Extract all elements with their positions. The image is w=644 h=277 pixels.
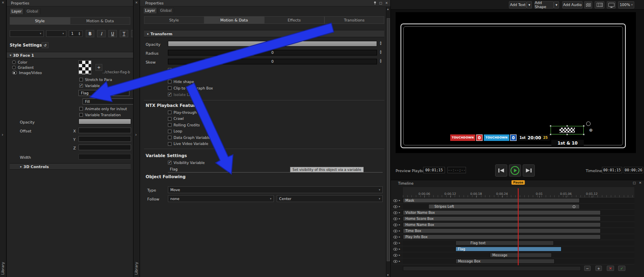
stepper-arrows-icon[interactable]: ▲▼ bbox=[78, 32, 80, 36]
timeline-clip-home-score-box[interactable]: Home Score Box bbox=[403, 216, 601, 221]
font-family-select[interactable]: ▾ bbox=[10, 30, 44, 37]
scorebug-visitor-score[interactable]: 0 bbox=[476, 134, 483, 141]
timeline-clip-time-box[interactable]: Time Box bbox=[403, 228, 601, 233]
track-visibility-eye-icon[interactable] bbox=[393, 254, 398, 257]
checkbox-isolate-layer[interactable]: Isolate Layer bbox=[168, 92, 197, 97]
safe-area-button[interactable] bbox=[595, 1, 604, 9]
close-icon[interactable]: ✕ bbox=[135, 1, 138, 4]
tab-layer[interactable]: Layer bbox=[143, 7, 157, 13]
checkbox-unlabeled[interactable] bbox=[168, 67, 174, 72]
checkbox-stretch-to-para[interactable]: Stretch to Para bbox=[79, 77, 112, 82]
offset-x-field[interactable] bbox=[78, 128, 131, 133]
selection-handle[interactable] bbox=[550, 134, 551, 135]
close-icon[interactable]: ✕ bbox=[385, 1, 388, 5]
opacity-slider[interactable] bbox=[78, 119, 131, 124]
scorebug-down-distance-box[interactable]: 1st & 10 bbox=[551, 140, 584, 146]
checkbox-visibility-variable[interactable]: Visibility Variable bbox=[168, 160, 205, 165]
timeline-position-field[interactable]: 00:01;15 bbox=[602, 167, 622, 173]
selection-handle[interactable] bbox=[550, 125, 551, 127]
underline-button[interactable]: U bbox=[108, 30, 117, 37]
track-expand-icon[interactable]: ▸ bbox=[399, 241, 400, 245]
scrollbar-thumb[interactable] bbox=[387, 18, 390, 261]
timeline-duration-field[interactable]: 00:00;26 bbox=[624, 167, 643, 173]
track-expand-icon[interactable]: ▸ bbox=[399, 205, 400, 208]
playback-aux-time-field[interactable]: --:--;-- bbox=[447, 167, 466, 173]
scorebug-time-box[interactable]: 1st 20:00 25 bbox=[517, 134, 550, 141]
checkbox-rolling-credits[interactable]: Rolling Credits bbox=[168, 122, 200, 128]
add-text-caret-button[interactable]: ▾ bbox=[527, 1, 532, 9]
timeline-clip-message-box[interactable]: Message Box bbox=[455, 259, 555, 264]
subtab-style[interactable]: Style bbox=[10, 17, 70, 25]
track-expand-icon[interactable]: ▸ bbox=[399, 229, 400, 232]
fill-mode-gradient[interactable]: Gradient bbox=[12, 65, 42, 70]
move-crosshair-icon[interactable]: ⊕ bbox=[589, 128, 593, 133]
library-tab[interactable]: Library bbox=[134, 262, 138, 275]
cancel-button[interactable]: ✕ bbox=[607, 266, 614, 271]
selection-handle[interactable] bbox=[566, 125, 568, 127]
track-expand-icon[interactable]: ▸ bbox=[399, 211, 400, 214]
checkbox-crawl[interactable]: Crawl bbox=[168, 116, 184, 121]
tab-global[interactable]: Global bbox=[158, 7, 174, 13]
opacity-slider[interactable] bbox=[168, 41, 377, 47]
fill-mode-color[interactable]: Color bbox=[12, 60, 42, 65]
skew-field[interactable]: 0 bbox=[168, 59, 377, 64]
track-expand-icon[interactable]: ▸ bbox=[399, 260, 400, 263]
playhead[interactable] bbox=[518, 188, 519, 265]
add-texture-button[interactable]: + bbox=[95, 64, 102, 71]
scroll-down-icon[interactable]: ▼ bbox=[387, 274, 389, 276]
track-visibility-eye-icon[interactable] bbox=[393, 260, 398, 263]
checkbox-data-graph-variable[interactable]: Data Graph Variable bbox=[168, 135, 210, 140]
grid-view-button[interactable] bbox=[584, 1, 592, 9]
variable-name-input[interactable]: Flag bbox=[78, 90, 129, 96]
offset-z-field[interactable] bbox=[78, 145, 131, 150]
zoom-select[interactable]: 100% ▾ bbox=[618, 1, 634, 9]
scorebug-visitor-name[interactable]: TOUCHDOWN bbox=[450, 134, 475, 141]
skew-stepper-icon[interactable]: ▲▼ bbox=[379, 58, 383, 63]
selection-handle[interactable] bbox=[583, 125, 585, 127]
timeline-clip-stripes-left[interactable]: Stripes Left bbox=[428, 204, 580, 209]
timeline-clip-message[interactable]: Message bbox=[490, 253, 552, 258]
add-shape-caret-button[interactable]: ▾ bbox=[554, 1, 559, 9]
fill-mode-image-video[interactable]: Image/Video bbox=[12, 70, 42, 75]
width-field[interactable] bbox=[78, 154, 131, 160]
fill-variable-input[interactable]: Fill bbox=[83, 98, 133, 104]
track-expand-icon[interactable]: ▸ bbox=[399, 217, 400, 220]
track-expand-icon[interactable]: ▸ bbox=[399, 199, 400, 202]
checkbox-clip-to-paragraph-box[interactable]: Clip to Paragraph Box bbox=[168, 85, 213, 91]
tab-motion-data[interactable]: Motion & Data bbox=[204, 16, 265, 24]
track-expand-icon[interactable]: ▸ bbox=[399, 235, 400, 239]
horizontal-scrollbar[interactable] bbox=[403, 266, 581, 271]
confirm-button[interactable]: ✓ bbox=[618, 266, 625, 271]
offset-y-field[interactable] bbox=[78, 136, 131, 142]
bold-button[interactable]: B bbox=[86, 30, 94, 37]
texture-thumbnail[interactable] bbox=[78, 60, 91, 75]
checkbox-loop[interactable]: Loop bbox=[168, 129, 182, 134]
scorebug-home-name[interactable]: TOUCHDOWN bbox=[484, 134, 509, 141]
transform-section-header[interactable]: ▸ Transform bbox=[144, 30, 384, 37]
zoom-out-button[interactable]: − bbox=[584, 266, 591, 271]
close-icon[interactable]: ✕ bbox=[2, 1, 4, 4]
float-window-icon[interactable]: □ bbox=[633, 181, 636, 185]
timeline-ruler[interactable]: 0:00.060:00.120:00.180:00.240:010:01.060… bbox=[403, 187, 634, 198]
add-audio-button[interactable]: Add Audio bbox=[562, 1, 583, 9]
tab-global[interactable]: Global bbox=[24, 8, 40, 14]
text-style-button[interactable]: T bbox=[120, 30, 128, 37]
float-window-icon[interactable]: □ bbox=[379, 1, 382, 5]
selection-handle[interactable] bbox=[566, 134, 568, 135]
vertical-scrollbar[interactable]: ▲ ▼ bbox=[386, 7, 390, 277]
expand-panel-chevron-icon[interactable]: › bbox=[135, 132, 137, 137]
close-icon[interactable]: ✕ bbox=[639, 181, 642, 185]
timeline-clip-visitor-name-box[interactable]: Visitor Name Box bbox=[403, 210, 601, 215]
pin-icon[interactable] bbox=[373, 1, 377, 6]
rotate-handle-icon[interactable] bbox=[586, 121, 591, 126]
expand-panel-chevron-icon[interactable]: › bbox=[2, 132, 3, 137]
library-tab[interactable]: Library bbox=[1, 262, 5, 275]
playback-time-field[interactable]: 00:01;15 bbox=[423, 167, 445, 173]
selection-handle[interactable] bbox=[583, 134, 585, 135]
radius-stepper-icon[interactable]: ▲▼ bbox=[379, 49, 383, 54]
track-expand-icon[interactable]: ▸ bbox=[399, 254, 400, 257]
radius-field[interactable]: 0 bbox=[168, 50, 377, 55]
selected-flag-object[interactable] bbox=[551, 126, 584, 134]
follow-select[interactable]: none ▾ bbox=[168, 195, 274, 202]
track-visibility-eye-icon[interactable] bbox=[393, 224, 398, 226]
